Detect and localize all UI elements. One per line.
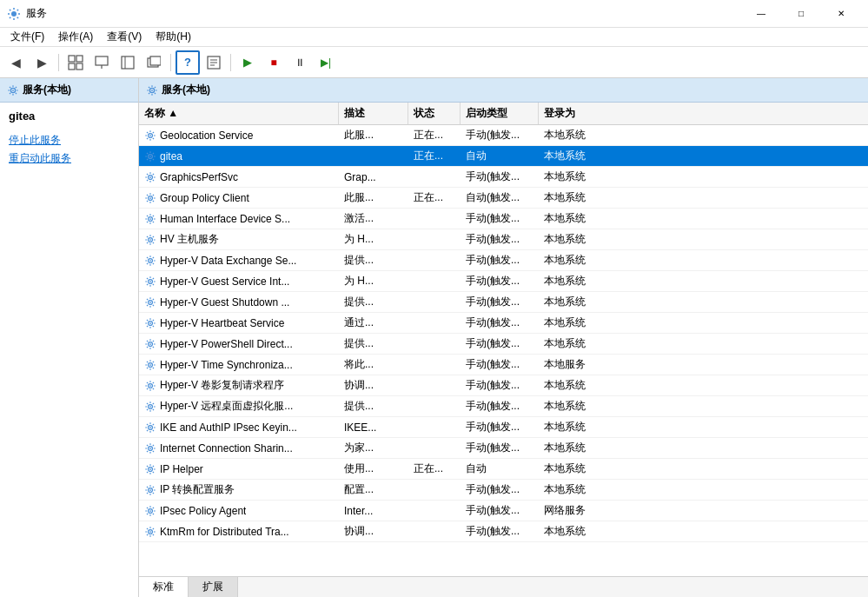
svg-point-52 (149, 468, 151, 470)
table-row[interactable]: Hyper-V PowerShell Direct...提供...手动(触发..… (139, 334, 868, 355)
up-button[interactable] (89, 50, 114, 75)
restart-suffix: 此服务 (40, 152, 71, 164)
table-row[interactable]: gitea正在...自动本地系统 (139, 146, 868, 167)
left-service-name: gitea (9, 109, 129, 123)
menu-item-文件(F)[interactable]: 文件(F) (3, 28, 51, 46)
service-login-cell: 本地系统 (539, 125, 608, 145)
service-desc-cell: Inter... (339, 501, 408, 521)
svg-point-42 (149, 364, 151, 366)
service-name-cell: IP 转换配置服务 (139, 480, 339, 500)
service-name-cell: Internet Connection Sharin... (139, 438, 339, 458)
service-desc-cell: 协调... (339, 375, 408, 395)
pause-button[interactable]: ⏸ (288, 50, 312, 75)
window-controls[interactable]: — □ ✕ (741, 0, 861, 28)
service-login-cell: 本地系统 (539, 146, 608, 166)
service-startup-cell: 手动(触发... (461, 292, 539, 312)
tab-standard[interactable]: 标准 (139, 577, 189, 597)
event-viewer-button[interactable] (202, 50, 226, 75)
service-desc-cell: 使用... (339, 459, 408, 479)
gear-icon (144, 505, 156, 517)
right-panel-icon (146, 84, 158, 96)
svg-point-54 (149, 489, 151, 491)
svg-point-28 (149, 218, 151, 220)
new-window-button[interactable] (142, 50, 166, 75)
table-row[interactable]: IPsec Policy AgentInter...手动(触发...网络服务 (139, 501, 868, 521)
service-status-cell (408, 375, 461, 395)
service-login-cell: 本地系统 (539, 292, 608, 312)
maximize-button[interactable]: □ (781, 0, 821, 28)
console-icon (68, 55, 83, 70)
table-row[interactable]: Hyper-V Heartbeat Service通过...手动(触发...本地… (139, 313, 868, 334)
service-startup-cell: 手动(触发... (461, 501, 539, 521)
table-row[interactable]: KtmRm for Distributed Tra...协调...手动(触发..… (139, 521, 868, 542)
minimize-button[interactable]: — (741, 0, 781, 28)
service-startup-cell: 手动(触发... (461, 125, 539, 145)
show-scope-button[interactable] (116, 50, 140, 75)
menu-item-操作(A)[interactable]: 操作(A) (51, 28, 100, 46)
tab-extended[interactable]: 扩展 (189, 577, 238, 597)
service-name-text: Hyper-V 远程桌面虚拟化服... (160, 399, 293, 414)
table-row[interactable]: Hyper-V 远程桌面虚拟化服...提供...手动(触发...本地系统 (139, 396, 868, 417)
service-startup-cell: 手动(触发... (461, 480, 539, 500)
service-startup-cell: 手动(触发... (461, 375, 539, 395)
resume-button[interactable]: ▶| (314, 50, 338, 75)
service-name-cell: GraphicsPerfSvc (139, 167, 339, 187)
col-desc[interactable]: 描述 (339, 103, 408, 124)
col-name[interactable]: 名称 ▲ (139, 103, 339, 124)
svg-point-20 (149, 135, 151, 136)
col-startup[interactable]: 启动类型 (461, 103, 539, 124)
table-row[interactable]: IKE and AuthIP IPsec Keyin...IKEE...手动(触… (139, 417, 868, 438)
service-startup-cell: 手动(触发... (461, 334, 539, 354)
show-console-button[interactable] (63, 50, 88, 75)
play-button[interactable]: ▶ (235, 50, 260, 75)
table-header: 名称 ▲ 描述 状态 启动类型 登录为 (139, 103, 868, 125)
help-button[interactable]: ? (176, 50, 200, 75)
service-name-text: gitea (160, 150, 182, 163)
gear-icon (144, 338, 156, 350)
service-status-cell (408, 229, 461, 249)
service-table[interactable]: 名称 ▲ 描述 状态 启动类型 登录为 Geolocation Service此… (139, 103, 868, 576)
table-row[interactable]: Group Policy Client此服...正在...自动(触发...本地系… (139, 188, 868, 209)
menu-item-帮助(H)[interactable]: 帮助(H) (149, 28, 198, 46)
gear-icon (144, 255, 156, 267)
service-status-cell (408, 167, 461, 187)
service-desc-cell: 将此... (339, 355, 408, 375)
table-row[interactable]: Human Interface Device S...激活...手动(触发...… (139, 209, 868, 229)
service-desc-cell: 通过... (339, 313, 408, 333)
table-row[interactable]: Hyper-V 卷影复制请求程序协调...手动(触发...本地系统 (139, 375, 868, 396)
table-row[interactable]: Geolocation Service此服...正在...手动(触发...本地系… (139, 125, 868, 146)
table-row[interactable]: Hyper-V Time Synchroniza...将此...手动(触发...… (139, 355, 868, 375)
table-row[interactable]: Hyper-V Data Exchange Se...提供...手动(触发...… (139, 250, 868, 271)
forward-button[interactable]: ▶ (30, 50, 54, 75)
new-window-icon (147, 56, 161, 70)
service-login-cell: 本地系统 (539, 313, 608, 333)
service-name-text: Human Interface Device S... (160, 213, 290, 225)
stop-service-link[interactable]: 停止此服务 (9, 133, 129, 148)
svg-point-18 (151, 90, 153, 91)
service-status-cell: 正在... (408, 188, 461, 208)
svg-point-0 (11, 11, 17, 17)
back-button[interactable]: ◀ (3, 50, 28, 75)
gear-icon (144, 380, 156, 392)
table-row[interactable]: Hyper-V Guest Service Int...为 H...手动(触发.… (139, 271, 868, 292)
table-row[interactable]: IP 转换配置服务配置...手动(触发...本地系统 (139, 480, 868, 501)
service-name-text: GraphicsPerfSvc (160, 171, 238, 183)
service-login-cell: 本地系统 (539, 229, 608, 249)
table-row[interactable]: Hyper-V Guest Shutdown ...提供...手动(触发...本… (139, 292, 868, 313)
col-login[interactable]: 登录为 (539, 103, 608, 124)
stop-button[interactable]: ■ (262, 50, 286, 75)
service-startup-cell: 手动(触发... (461, 355, 539, 375)
close-button[interactable]: ✕ (821, 0, 861, 28)
table-row[interactable]: HV 主机服务为 H...手动(触发...本地系统 (139, 229, 868, 250)
svg-point-32 (149, 260, 151, 262)
service-desc-cell: 配置... (339, 480, 408, 500)
table-row[interactable]: GraphicsPerfSvcGrap...手动(触发...本地系统 (139, 167, 868, 188)
restart-service-link[interactable]: 重启动此服务 (9, 151, 129, 166)
up-icon (95, 56, 109, 70)
table-row[interactable]: IP Helper使用...正在...自动本地系统 (139, 459, 868, 480)
svg-point-44 (149, 385, 151, 387)
table-row[interactable]: Internet Connection Sharin...为家...手动(触发.… (139, 438, 868, 459)
service-name-cell: IP Helper (139, 459, 339, 479)
menu-item-查看(V)[interactable]: 查看(V) (100, 28, 149, 46)
col-status[interactable]: 状态 (408, 103, 461, 124)
